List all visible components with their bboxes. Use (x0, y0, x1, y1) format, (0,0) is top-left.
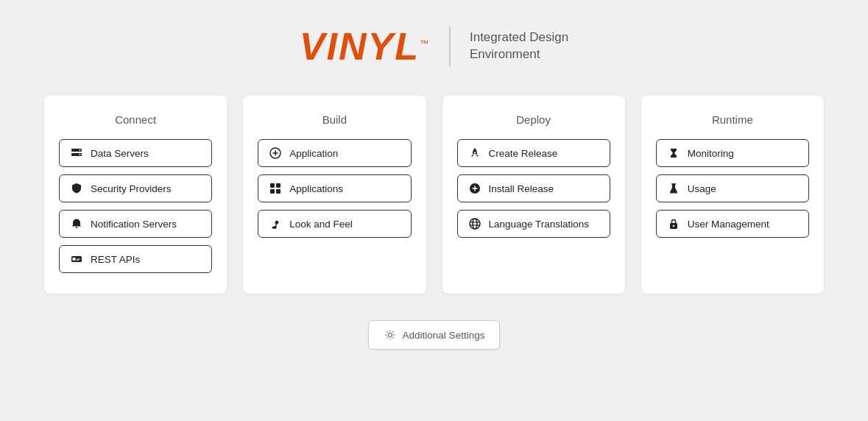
look-and-feel-button[interactable]: Look and Feel (258, 210, 411, 238)
connect-card-title: Connect (59, 113, 212, 126)
svg-point-15 (473, 152, 475, 153)
monitoring-label: Monitoring (688, 148, 734, 159)
connect-card: Connect Data Servers Security Providers … (44, 96, 227, 294)
security-providers-label: Security Providers (91, 183, 172, 194)
svg-point-20 (473, 219, 477, 229)
lock-icon (667, 217, 680, 230)
applications-label: Applications (289, 183, 343, 194)
application-button[interactable]: Application (258, 139, 411, 167)
svg-point-2 (80, 149, 81, 151)
notification-servers-button[interactable]: Notification Servers (59, 210, 212, 238)
gear-icon (384, 328, 397, 342)
cards-row: Connect Data Servers Security Providers … (0, 96, 868, 294)
install-release-label: Install Release (489, 183, 554, 194)
build-card: Build Application Applications Look and … (243, 96, 426, 294)
runtime-card-title: Runtime (656, 113, 809, 126)
data-servers-label: Data Servers (91, 148, 149, 159)
hourglass-icon (667, 146, 680, 160)
server-icon (70, 146, 83, 160)
shield-icon (70, 182, 83, 195)
language-translations-button[interactable]: Language Translations (457, 210, 610, 238)
svg-rect-13 (270, 189, 275, 194)
applications-button[interactable]: Applications (258, 174, 411, 202)
svg-point-26 (388, 333, 392, 337)
usage-button[interactable]: Usage (656, 174, 809, 202)
deploy-card: Deploy Create Release Install Release La… (442, 96, 625, 294)
application-label: Application (289, 148, 338, 159)
svg-rect-7 (77, 260, 79, 261)
additional-settings-label: Additional Settings (403, 330, 485, 341)
deploy-card-title: Deploy (457, 113, 610, 126)
logo: VINYL™ (300, 27, 430, 66)
additional-settings-button[interactable]: Additional Settings (368, 320, 501, 350)
rest-apis-button[interactable]: REST APIs (59, 245, 212, 273)
monitoring-button[interactable]: Monitoring (656, 139, 809, 167)
create-release-button[interactable]: Create Release (457, 139, 610, 167)
bell-icon (70, 217, 83, 230)
logo-subtitle: Integrated Design Environment (470, 29, 568, 63)
look-and-feel-label: Look and Feel (289, 219, 353, 230)
header: VINYL™ Integrated Design Environment (300, 26, 568, 66)
svg-point-19 (470, 219, 480, 229)
svg-rect-14 (276, 189, 280, 194)
svg-rect-11 (270, 183, 275, 188)
svg-rect-6 (77, 259, 80, 260)
svg-rect-12 (276, 183, 280, 188)
subtitle-line2: Environment (470, 46, 568, 63)
api-icon (70, 252, 83, 266)
notification-servers-label: Notification Servers (91, 219, 177, 230)
user-management-label: User Management (688, 219, 769, 230)
language-translations-label: Language Translations (489, 219, 590, 230)
footer: Additional Settings (368, 320, 501, 350)
runtime-card: Runtime Monitoring Usage User Management (641, 96, 824, 294)
flask-icon (667, 182, 680, 195)
data-servers-button[interactable]: Data Servers (59, 139, 212, 167)
create-release-label: Create Release (489, 148, 558, 159)
plus-icon (269, 146, 282, 160)
logo-text: VINYL (300, 25, 420, 68)
user-management-button[interactable]: User Management (656, 210, 809, 238)
circle-plus-icon (468, 182, 481, 195)
svg-point-25 (673, 225, 674, 227)
svg-point-3 (80, 154, 81, 155)
rest-apis-label: REST APIs (91, 254, 140, 265)
svg-rect-5 (73, 258, 76, 261)
logo-tm: ™ (420, 38, 430, 49)
brush-icon (269, 217, 282, 230)
grid-icon (269, 182, 282, 195)
subtitle-line1: Integrated Design (470, 29, 568, 46)
security-providers-button[interactable]: Security Providers (59, 174, 212, 202)
globe-icon (468, 217, 481, 230)
usage-label: Usage (688, 183, 716, 194)
install-release-button[interactable]: Install Release (457, 174, 610, 202)
rocket-icon (468, 146, 481, 160)
logo-divider (449, 26, 451, 66)
build-card-title: Build (258, 113, 411, 126)
